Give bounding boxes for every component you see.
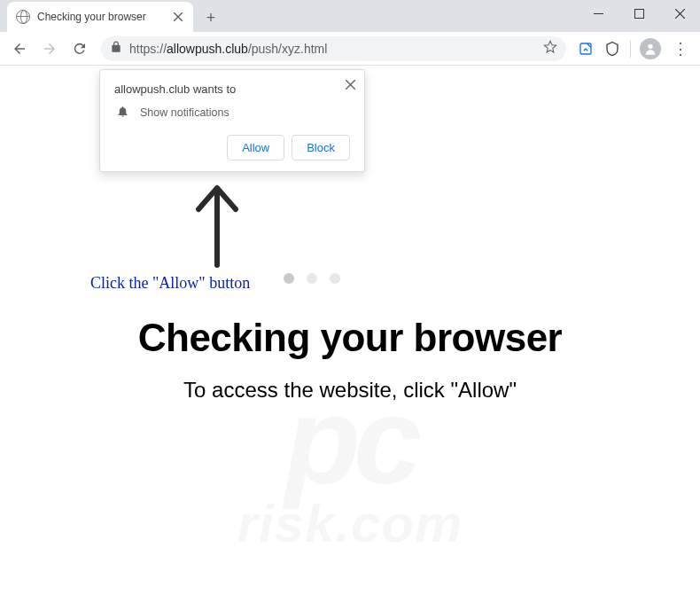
globe-icon: [16, 10, 30, 24]
browser-tab[interactable]: Checking your browser: [7, 2, 193, 32]
extension-icon-1[interactable]: [573, 36, 598, 61]
dot: [330, 273, 340, 284]
window-close-button[interactable]: [659, 0, 700, 27]
permission-item-label: Show notifications: [140, 106, 229, 119]
permission-item: Show notifications: [114, 105, 350, 121]
tab-close-button[interactable]: [172, 8, 184, 26]
dot: [284, 273, 294, 284]
toolbar-separator: [630, 40, 631, 58]
permission-popup: allowpush.club wants to Show notificatio…: [99, 69, 365, 172]
reload-button[interactable]: [66, 35, 94, 63]
forward-button[interactable]: [35, 35, 64, 63]
hero-content: Checking your browser To access the webs…: [0, 316, 700, 403]
browser-toolbar: https://allowpush.club/push/xyz.html ⋮: [0, 32, 700, 66]
extension-icon-2[interactable]: [600, 36, 625, 61]
svg-rect-1: [634, 9, 643, 18]
watermark-line1: pc: [0, 388, 700, 493]
window-maximize-button[interactable]: [618, 0, 659, 27]
watermark-line2: risk.com: [0, 493, 700, 554]
address-bar[interactable]: https://allowpush.club/push/xyz.html: [101, 36, 566, 61]
back-button[interactable]: [5, 35, 34, 63]
instruction-text: Click the "Allow" button: [90, 274, 250, 293]
permission-close-button[interactable]: [346, 77, 355, 92]
browser-menu-button[interactable]: ⋮: [666, 35, 695, 63]
bookmark-star-icon[interactable]: [543, 40, 557, 57]
window-minimize-button[interactable]: [578, 0, 618, 27]
profile-avatar[interactable]: [640, 38, 661, 59]
window-controls: [578, 0, 700, 27]
allow-button[interactable]: Allow: [227, 135, 284, 161]
page-viewport: pc risk.com allowpush.club wants to Show…: [0, 66, 700, 603]
url-path: /push/xyz.html: [248, 42, 327, 56]
watermark: pc risk.com: [0, 388, 700, 554]
dot: [307, 273, 317, 284]
up-arrow-icon: [186, 181, 248, 270]
page-heading: Checking your browser: [0, 316, 700, 360]
loading-dots: [284, 273, 340, 284]
bell-icon: [116, 105, 129, 121]
permission-actions: Allow Block: [114, 135, 350, 161]
page-subheading: To access the website, click "Allow": [0, 378, 700, 403]
url-host: allowpush.club: [167, 42, 248, 56]
lock-icon: [110, 41, 122, 56]
svg-point-7: [648, 43, 652, 48]
new-tab-button[interactable]: +: [198, 5, 223, 30]
tab-title: Checking your browser: [37, 11, 172, 23]
url-scheme: https://: [129, 42, 167, 56]
block-button[interactable]: Block: [292, 135, 350, 161]
permission-title: allowpush.club wants to: [114, 82, 350, 96]
